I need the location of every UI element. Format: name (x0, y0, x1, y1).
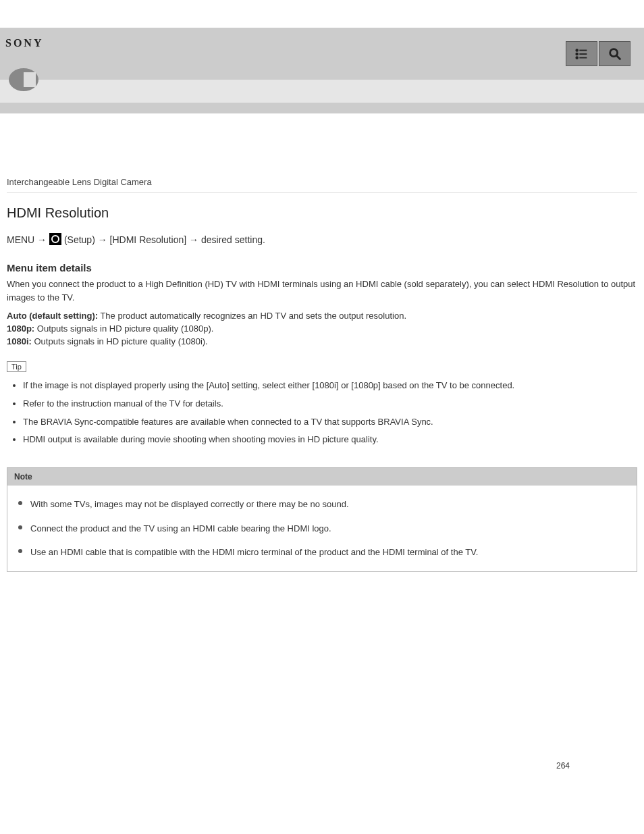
brand-logo: SONY (5, 28, 43, 49)
content-area: Interchangeable Lens Digital Camera HDMI… (0, 113, 644, 572)
notes-list: With some TVs, images may not be display… (18, 492, 626, 565)
tip-label: Tip (7, 361, 26, 372)
svg-point-0 (576, 49, 578, 51)
subheader-icon[interactable] (5, 68, 43, 91)
option-1080p: 1080p: Outputs signals in HD picture qua… (7, 323, 637, 334)
option-auto: Auto (default setting): The product auto… (7, 311, 637, 321)
menu-path-suffix: (Setup) → [HDMI Resolution] → desired se… (61, 234, 265, 245)
option-1080i-label: 1080i: (7, 336, 32, 346)
note-heading: Note (7, 468, 637, 486)
divider (7, 192, 637, 193)
gear-icon (49, 233, 61, 245)
tips-list: If the image is not displayed properly u… (7, 379, 637, 447)
svg-point-6 (610, 49, 617, 56)
list-item: If the image is not displayed properly u… (23, 379, 637, 393)
option-1080p-desc: Outputs signals in HD picture quality (1… (34, 323, 213, 334)
search-icon[interactable] (599, 41, 630, 66)
details-heading: Menu item details (7, 262, 637, 273)
option-1080p-label: 1080p: (7, 323, 34, 334)
list-item: Use an HDMI cable that is compatible wit… (18, 540, 626, 565)
option-1080i-desc: Outputs signals in HD picture quality (1… (32, 336, 208, 346)
menu-path: MENU → (Setup) → [HDMI Resolution] → des… (7, 233, 637, 247)
list-item: Refer to the instruction manual of the T… (23, 397, 637, 411)
list-item: The BRAVIA Sync-compatible features are … (23, 415, 637, 429)
option-1080i: 1080i: Outputs signals in HD picture qua… (7, 336, 637, 346)
svg-point-2 (576, 53, 578, 55)
note-box: Note With some TVs, images may not be di… (7, 467, 637, 572)
option-auto-desc: The product automatically recognizes an … (98, 311, 406, 321)
subheader (0, 80, 644, 103)
svg-line-7 (616, 55, 620, 59)
details-intro: When you connect the product to a High D… (7, 278, 637, 304)
list-item: HDMI output is available during movie sh… (23, 433, 637, 447)
option-auto-label: Auto (default setting): (7, 311, 98, 321)
list-item: Connect the product and the TV using an … (18, 517, 626, 541)
list-item: With some TVs, images may not be display… (18, 492, 626, 517)
page-number: 264 (0, 572, 644, 798)
svg-rect-8 (24, 72, 36, 87)
menu-path-prefix: MENU → (7, 234, 49, 245)
toc-icon[interactable] (566, 41, 597, 66)
svg-point-4 (576, 57, 578, 59)
page-title: HDMI Resolution (7, 205, 637, 221)
section-label: Interchangeable Lens Digital Camera (7, 177, 637, 187)
header: SONY (0, 28, 644, 80)
header-icons (566, 41, 630, 66)
